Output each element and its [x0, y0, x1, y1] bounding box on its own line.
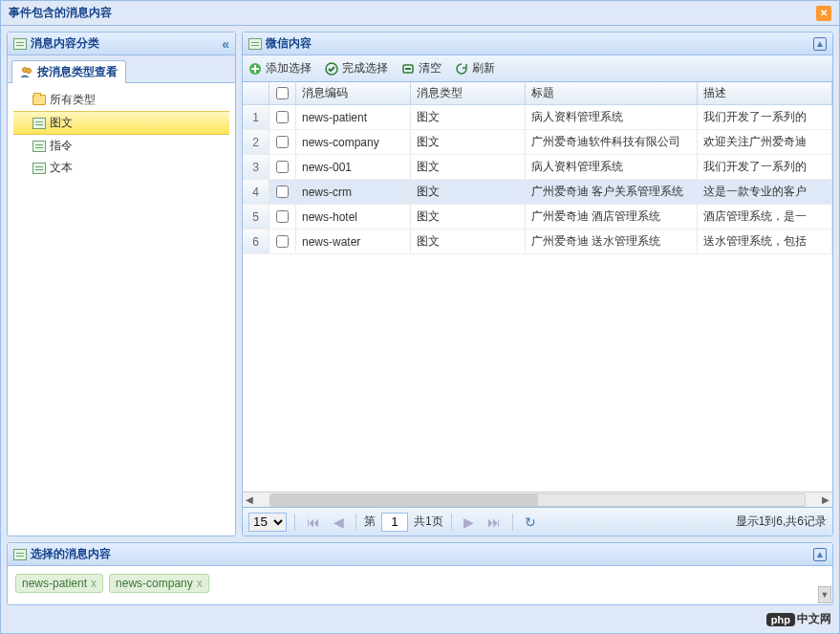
table-row[interactable]: 2news-company图文广州爱奇迪软件科技有限公司欢迎关注广州爱奇迪	[243, 130, 832, 155]
row-checkbox[interactable]	[276, 235, 289, 248]
leaf-icon	[32, 163, 46, 174]
refresh-button[interactable]: 刷新	[455, 60, 495, 77]
logo-text: 中文网	[797, 611, 831, 627]
first-page-icon[interactable]: ⏮	[303, 514, 324, 530]
tree-item-command[interactable]: 指令	[13, 135, 229, 157]
prev-page-icon[interactable]: ◀	[330, 514, 348, 530]
selection-panel: 选择的消息内容 ▲ news-patient xnews-company x	[7, 542, 833, 605]
page-size-select[interactable]: 15	[248, 513, 287, 532]
table-row[interactable]: 6news-water图文广州爱奇迪 送水管理系统送水管理系统，包括	[243, 230, 832, 254]
cell-type: 图文	[411, 230, 526, 253]
row-checkbox[interactable]	[276, 210, 289, 223]
col-desc[interactable]: 描述	[698, 82, 832, 104]
check-icon	[325, 62, 338, 76]
pager: 15 ⏮ ◀ 第 共1页 ▶ ⏭ ↻ 显示1到6,共6记录	[243, 507, 832, 536]
cell-type: 图文	[411, 105, 526, 129]
category-panel: 消息内容分类 « 按消息类型查看 所有类型 图文	[7, 32, 236, 536]
table-row[interactable]: 1news-patient图文病人资料管理系统我们开发了一系列的	[243, 105, 832, 130]
row-number: 4	[243, 180, 269, 204]
tree-item-label: 所有类型	[50, 92, 96, 108]
cell-desc: 送水管理系统，包括	[698, 230, 832, 253]
table-row[interactable]: 4news-crm图文广州爱奇迪 客户关系管理系统这是一款专业的客户	[243, 180, 832, 205]
row-checkbox[interactable]	[276, 136, 289, 148]
last-page-icon[interactable]: ⏭	[484, 514, 505, 530]
page-label-suffix: 共1页	[414, 514, 443, 530]
content-panel: 微信内容 ▲ 添加选择 完成选择 清空 刷新	[242, 32, 833, 536]
tree-item-text[interactable]: 文本	[13, 157, 229, 179]
row-checkbox[interactable]	[276, 186, 289, 198]
cell-code: news-company	[296, 130, 411, 154]
horizontal-scrollbar[interactable]: ◀ ▶	[243, 492, 832, 507]
next-page-icon[interactable]: ▶	[460, 514, 478, 530]
category-tree: 所有类型 图文 指令 文本	[8, 83, 235, 536]
content-panel-header: 微信内容 ▲	[243, 33, 832, 55]
category-panel-title: 消息内容分类	[31, 35, 99, 52]
cell-code: news-001	[296, 155, 411, 179]
cell-title: 广州爱奇迪软件科技有限公司	[526, 130, 698, 154]
collapse-up-icon[interactable]: ▲	[813, 37, 827, 51]
cell-desc: 我们开发了一系列的	[698, 155, 832, 179]
cell-code: news-hotel	[296, 205, 411, 229]
scroll-right-icon[interactable]: ▶	[819, 494, 832, 505]
minus-icon	[401, 62, 415, 76]
row-checkbox[interactable]	[276, 111, 289, 123]
panel-icon	[248, 38, 262, 50]
row-checkbox[interactable]	[276, 161, 289, 173]
tree-item-all[interactable]: 所有类型	[13, 89, 229, 111]
row-number: 1	[243, 105, 269, 129]
dialog-window: 事件包含的消息内容 ✕ 消息内容分类 « 按消息类型查看 所有类型	[0, 0, 840, 634]
pager-refresh-icon[interactable]: ↻	[521, 514, 540, 530]
tab-label: 按消息类型查看	[37, 64, 118, 80]
col-rownum	[243, 82, 269, 104]
row-number: 2	[243, 130, 269, 154]
scrollbar-thumb[interactable]	[270, 494, 538, 506]
cell-title: 广州爱奇迪 酒店管理系统	[526, 205, 698, 229]
scroll-down-icon[interactable]: ▼	[818, 586, 831, 603]
collapse-left-icon[interactable]: «	[222, 36, 229, 52]
selected-tag: news-patient x	[15, 574, 103, 593]
grid-body: 1news-patient图文病人资料管理系统我们开发了一系列的2news-co…	[243, 105, 832, 492]
toolbar-label: 添加选择	[266, 60, 312, 77]
close-icon[interactable]: ✕	[816, 6, 831, 21]
tag-label: news-company	[116, 577, 193, 590]
collapse-up-icon[interactable]: ▲	[813, 548, 827, 561]
row-checkbox-cell[interactable]	[269, 180, 296, 204]
row-checkbox-cell[interactable]	[269, 130, 296, 154]
row-checkbox-cell[interactable]	[269, 230, 296, 253]
col-title[interactable]: 标题	[526, 82, 698, 104]
content-panel-title: 微信内容	[266, 35, 312, 52]
row-checkbox-cell[interactable]	[269, 205, 296, 229]
tab-by-type[interactable]: 按消息类型查看	[11, 60, 126, 83]
leaf-icon	[32, 118, 46, 129]
selection-panel-title: 选择的消息内容	[31, 546, 111, 562]
grid-header: 消息编码 消息类型 标题 描述	[243, 82, 832, 105]
clear-button[interactable]: 清空	[401, 60, 442, 77]
col-type[interactable]: 消息类型	[411, 82, 526, 104]
cell-code: news-patient	[296, 105, 411, 129]
check-all[interactable]	[276, 87, 289, 99]
tag-remove-icon[interactable]: x	[91, 577, 97, 590]
table-row[interactable]: 3news-001图文病人资料管理系统我们开发了一系列的	[243, 155, 832, 180]
tree-item-news[interactable]: 图文	[13, 111, 229, 135]
users-icon	[20, 66, 33, 79]
titlebar: 事件包含的消息内容 ✕	[1, 1, 839, 26]
cell-desc: 酒店管理系统，是一	[698, 205, 832, 229]
row-checkbox-cell[interactable]	[269, 105, 296, 129]
panel-icon	[13, 38, 27, 50]
page-input[interactable]	[381, 513, 408, 532]
panel-icon	[13, 549, 27, 560]
add-button[interactable]: 添加选择	[248, 60, 312, 77]
row-checkbox-cell[interactable]	[269, 155, 296, 179]
table-row[interactable]: 5news-hotel图文广州爱奇迪 酒店管理系统酒店管理系统，是一	[243, 205, 832, 230]
tree-item-label: 指令	[50, 138, 73, 154]
scrollbar-track[interactable]	[269, 493, 806, 507]
finish-button[interactable]: 完成选择	[325, 60, 388, 77]
toolbar-label: 刷新	[472, 60, 495, 77]
cell-type: 图文	[411, 180, 526, 204]
tag-remove-icon[interactable]: x	[197, 577, 203, 590]
category-panel-header: 消息内容分类 «	[8, 33, 235, 55]
scroll-left-icon[interactable]: ◀	[243, 494, 256, 505]
col-code[interactable]: 消息编码	[296, 82, 411, 104]
col-checkbox[interactable]	[269, 82, 296, 104]
cell-desc: 欢迎关注广州爱奇迪	[698, 130, 832, 154]
